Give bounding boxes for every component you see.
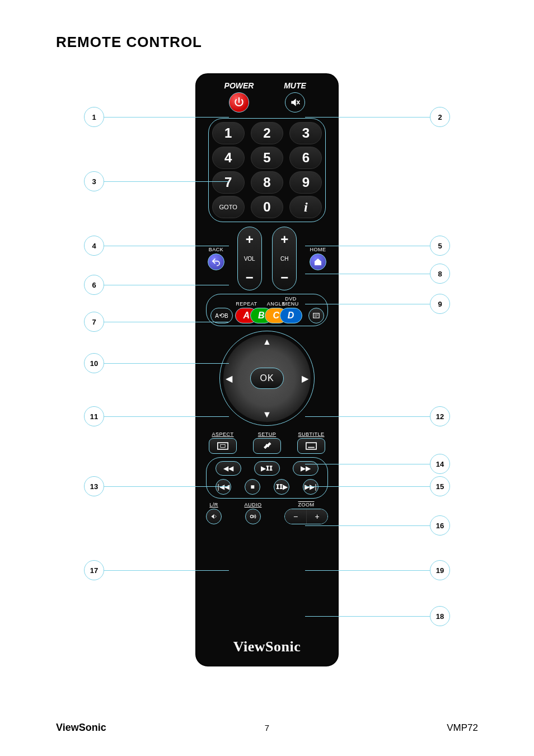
footer-model: VMP72 [447,722,478,734]
zoom-in-button[interactable]: + [306,509,327,524]
slow-button[interactable]: 𝗜𝗜▶ [274,479,289,495]
num-0[interactable]: 0 [251,196,283,218]
callout-5: 5 [430,236,450,256]
forward-button[interactable]: ▶▶ [293,461,318,476]
prev-button[interactable]: |◀◀ [216,479,231,495]
svg-rect-7 [221,445,225,448]
lr-label: L/R [209,502,218,508]
svg-marker-11 [214,515,217,519]
leader-4 [104,246,229,246]
callout-7: 7 [84,312,104,332]
dpad-up[interactable]: ▲ [263,337,271,347]
dvd-menu-button[interactable] [308,308,324,323]
callout-18: 18 [430,606,450,626]
footer-page: 7 [265,723,269,732]
leader-5 [305,246,430,246]
remote-body: POWER MUTE 1 2 3 [195,73,339,666]
zoom-label: ZOOM [298,502,314,508]
mute-button[interactable] [285,92,305,112]
mute-label: MUTE [267,81,323,90]
num-8[interactable]: 8 [251,171,283,194]
power-button[interactable] [229,92,249,112]
ch-down-icon: − [280,270,288,285]
play-pause-button[interactable]: ▶𝗜𝗜 [254,461,280,476]
aspect-label: ASPECT [212,431,233,437]
channel-rocker[interactable]: + CH − [272,227,297,290]
subtitle-label: SUBTITLE [298,431,324,437]
dpad-down[interactable]: ▼ [263,410,271,420]
setup-button[interactable] [253,438,281,454]
page-footer: ViewSonic 7 VMP72 [56,722,478,734]
dpad: ▲ ▼ ◀ ▶ OK [219,331,315,426]
leader-10 [104,363,229,364]
dpad-left[interactable]: ◀ [226,373,232,384]
home-label: HOME [310,247,326,252]
ab-repeat-button[interactable]: A⟲B [210,308,233,323]
rewind-button[interactable]: ◀◀ [216,461,241,476]
home-button[interactable] [310,253,326,270]
vol-down-icon: − [246,270,254,285]
ch-up-icon: + [280,232,288,247]
leader-3 [104,181,229,182]
callout-6: 6 [84,275,104,295]
ok-button[interactable]: OK [250,368,284,389]
num-1[interactable]: 1 [212,122,245,144]
footer-brand: ViewSonic [56,722,106,734]
callout-12: 12 [430,406,450,426]
stop-button[interactable]: ■ [245,479,260,495]
leader-15 [305,486,430,487]
leader-7 [104,322,229,322]
info-button[interactable]: i [289,196,322,218]
dpad-right[interactable]: ▶ [302,373,308,384]
leader-18 [305,616,430,617]
callout-16: 16 [430,515,450,536]
num-6[interactable]: 6 [289,147,322,169]
svg-rect-6 [218,443,228,449]
callout-1: 1 [84,107,104,127]
leader-1 [104,117,229,118]
num-4[interactable]: 4 [212,147,245,169]
remote-brand: ViewSonic [196,638,338,655]
goto-button[interactable]: GOTO [212,196,245,218]
next-button[interactable]: ▶▶| [303,479,318,495]
settings-trio: ASPECT SETUP SUBTITLE [206,431,328,454]
vol-label: VOL [244,256,255,262]
setup-label: SETUP [258,431,277,437]
audio-zoom-row: L/R AUDIO ZOOM − + [206,502,328,524]
callout-15: 15 [430,476,450,496]
remote-diagram: POWER MUTE 1 2 3 [56,73,478,678]
zoom-out-button[interactable]: − [285,509,306,524]
num-7[interactable]: 7 [212,171,245,194]
num-9[interactable]: 9 [289,171,322,194]
callout-19: 19 [430,560,450,580]
lr-button[interactable] [206,509,222,524]
num-3[interactable]: 3 [289,122,322,144]
subtitle-button[interactable] [297,438,325,454]
callout-8: 8 [430,264,450,284]
leader-12 [305,416,430,417]
leader-17 [104,570,229,571]
callout-11: 11 [84,406,104,426]
leader-16 [305,525,430,526]
vol-up-icon: + [246,232,254,247]
leader-6 [104,285,229,285]
color-d-button[interactable]: D [280,308,302,323]
leader-11 [104,416,229,417]
navigation-block: BACK + VOL − + CH − HOME [205,227,329,290]
page-title: REMOTE CONTROL [56,34,478,51]
back-label: BACK [209,247,224,252]
callout-14: 14 [430,454,450,474]
leader-14 [305,464,430,464]
callout-2: 2 [430,107,450,127]
callout-9: 9 [430,294,450,314]
svg-point-12 [250,515,253,518]
ch-label: CH [280,256,288,262]
num-2[interactable]: 2 [251,122,283,144]
audio-button[interactable] [245,509,261,524]
svg-marker-10 [211,515,214,519]
aspect-button[interactable] [209,438,237,454]
volume-rocker[interactable]: + VOL − [237,227,262,290]
num-5[interactable]: 5 [251,147,283,169]
back-button[interactable] [208,253,224,270]
leader-13 [104,486,229,487]
